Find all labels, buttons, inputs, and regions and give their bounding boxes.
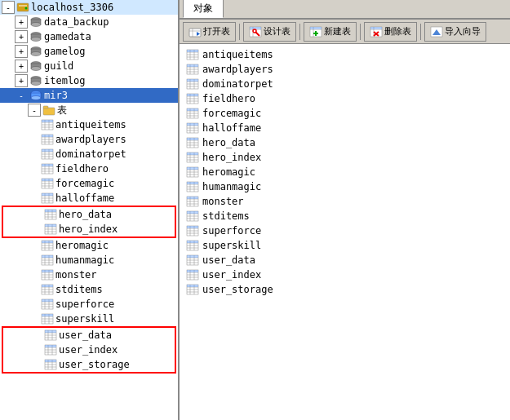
list-item-heromagic[interactable]: heromagic xyxy=(180,165,510,179)
list-item-monster[interactable]: monster xyxy=(180,194,510,209)
table-icon xyxy=(41,134,54,145)
tree-table-hero-data[interactable]: hero_data xyxy=(3,207,175,222)
tree-table-hero-index[interactable]: hero_index xyxy=(3,222,175,237)
list-item-halloffame[interactable]: halloffame xyxy=(180,121,510,135)
tree-table-heromagic[interactable]: heromagic xyxy=(0,238,178,253)
tree-table-user-storage-label: user_storage xyxy=(59,359,130,370)
tree-table-stditems[interactable]: stditems xyxy=(0,282,178,297)
db-mir3[interactable]: - mir3 xyxy=(0,88,178,103)
db-icon-data-backup xyxy=(29,16,42,28)
tree-table-awardplayers[interactable]: awardplayers xyxy=(0,132,178,147)
list-item-forcemagic[interactable]: forcemagic xyxy=(180,106,510,121)
tree-table-humanmagic[interactable]: humanmagic xyxy=(0,253,178,267)
design-table-button[interactable]: 设计表 xyxy=(243,22,296,42)
table-icon xyxy=(41,192,54,204)
svg-point-14 xyxy=(31,67,41,71)
list-item-fieldhero-label: fieldhero xyxy=(202,93,255,104)
db-icon-guild xyxy=(29,60,42,72)
delete-table-label: 删除表 xyxy=(384,25,411,38)
svg-point-5 xyxy=(31,23,41,27)
db-guild-expander[interactable]: + xyxy=(15,60,28,73)
table-icon xyxy=(186,210,199,222)
tables-folder-expander[interactable]: - xyxy=(28,104,41,117)
table-icon xyxy=(186,137,199,148)
table-icon xyxy=(186,166,199,178)
svg-rect-21 xyxy=(43,108,55,115)
server-row[interactable]: - localhost_3306 xyxy=(0,0,178,15)
tree-table-user-index[interactable]: user_index xyxy=(3,343,175,357)
list-item-dominatorpet[interactable]: dominatorpet xyxy=(180,77,510,91)
db-gamelog-expander[interactable]: + xyxy=(15,45,28,58)
tree-table-user-storage[interactable]: user_storage xyxy=(3,357,175,372)
list-item-superforce[interactable]: superforce xyxy=(180,223,510,238)
svg-rect-214 xyxy=(187,138,198,140)
tab-objects[interactable]: 对象 xyxy=(183,0,224,18)
svg-rect-179 xyxy=(187,64,198,67)
db-icon-mir3 xyxy=(29,90,42,101)
db-mir3-expander[interactable]: - xyxy=(15,89,28,102)
tree-table-dominatorpet[interactable]: dominatorpet xyxy=(0,147,178,161)
list-item-hero-data-label: hero_data xyxy=(202,137,255,148)
table-icon xyxy=(41,284,54,295)
svg-rect-113 xyxy=(42,299,53,302)
tree-table-monster[interactable]: monster xyxy=(0,267,178,282)
list-item-antiqueitems[interactable]: antiqueitems xyxy=(180,47,510,62)
tree-table-heromagic-label: heromagic xyxy=(55,240,109,251)
table-icon xyxy=(186,254,199,266)
list-item-fieldhero[interactable]: fieldhero xyxy=(180,91,510,106)
delete-table-button[interactable]: 删除表 xyxy=(364,22,417,42)
db-itemlog[interactable]: + itemlog xyxy=(0,73,178,88)
svg-rect-92 xyxy=(42,255,53,258)
tree-table-antiqueitems-label: antiqueitems xyxy=(55,119,126,130)
tree-table-user-data[interactable]: user_data xyxy=(3,328,175,343)
db-data-backup[interactable]: + data_backup xyxy=(0,15,178,29)
list-item-hero-index[interactable]: hero_index xyxy=(180,150,510,165)
server-expander[interactable]: - xyxy=(2,1,15,14)
svg-rect-50 xyxy=(42,164,53,166)
svg-rect-99 xyxy=(42,270,53,272)
tree-table-user-index-label: user_index xyxy=(59,344,118,356)
db-mir3-label: mir3 xyxy=(44,90,68,101)
open-table-button[interactable]: 打开表 xyxy=(183,22,236,42)
svg-rect-221 xyxy=(187,153,198,155)
list-item-humanmagic[interactable]: humanmagic xyxy=(180,179,510,194)
list-item-user-storage[interactable]: user_storage xyxy=(180,282,510,297)
list-item-awardplayers[interactable]: awardplayers xyxy=(180,62,510,77)
table-icon xyxy=(41,148,54,160)
tree-table-superskill[interactable]: superskill xyxy=(0,312,178,326)
import-wizard-button[interactable]: 导入向导 xyxy=(424,22,486,42)
svg-rect-200 xyxy=(187,108,198,111)
list-item-superskill-label: superskill xyxy=(202,240,261,251)
db-gamedata[interactable]: + gamedata xyxy=(0,29,178,44)
tree-table-user-data-label: user_data xyxy=(59,329,112,341)
db-data-backup-expander[interactable]: + xyxy=(15,15,28,29)
list-item-stditems[interactable]: stditems xyxy=(180,209,510,223)
list-item-superskill[interactable]: superskill xyxy=(180,238,510,253)
tree-table-halloffame[interactable]: halloffame xyxy=(0,191,178,206)
tree-table-forcemagic[interactable]: forcemagic xyxy=(0,176,178,191)
tree-table-superforce[interactable]: superforce xyxy=(0,297,178,312)
list-item-hero-data[interactable]: hero_data xyxy=(180,135,510,150)
table-icon xyxy=(186,196,199,207)
table-icon xyxy=(186,122,199,134)
tables-folder-row[interactable]: - 表 xyxy=(0,103,178,117)
table-icon xyxy=(44,209,57,220)
server-label: localhost_3306 xyxy=(31,2,113,13)
svg-rect-207 xyxy=(187,123,198,126)
svg-rect-57 xyxy=(42,179,53,181)
sep2 xyxy=(299,24,300,40)
list-item-user-data[interactable]: user_data xyxy=(180,253,510,267)
new-table-button[interactable]: 新建表 xyxy=(304,22,357,42)
db-itemlog-expander[interactable]: + xyxy=(15,74,28,87)
table-icon xyxy=(44,359,57,370)
svg-rect-29 xyxy=(42,120,53,122)
list-item-user-index[interactable]: user_index xyxy=(180,267,510,282)
tree-table-antiqueitems[interactable]: antiqueitems xyxy=(0,117,178,132)
tree-table-fieldhero[interactable]: fieldhero xyxy=(0,161,178,176)
table-icon xyxy=(186,225,199,237)
db-guild[interactable]: + guild xyxy=(0,59,178,73)
db-gamedata-expander[interactable]: + xyxy=(15,30,28,43)
svg-rect-186 xyxy=(187,79,198,82)
db-gamelog[interactable]: + gamelog xyxy=(0,44,178,59)
svg-rect-256 xyxy=(187,226,198,228)
